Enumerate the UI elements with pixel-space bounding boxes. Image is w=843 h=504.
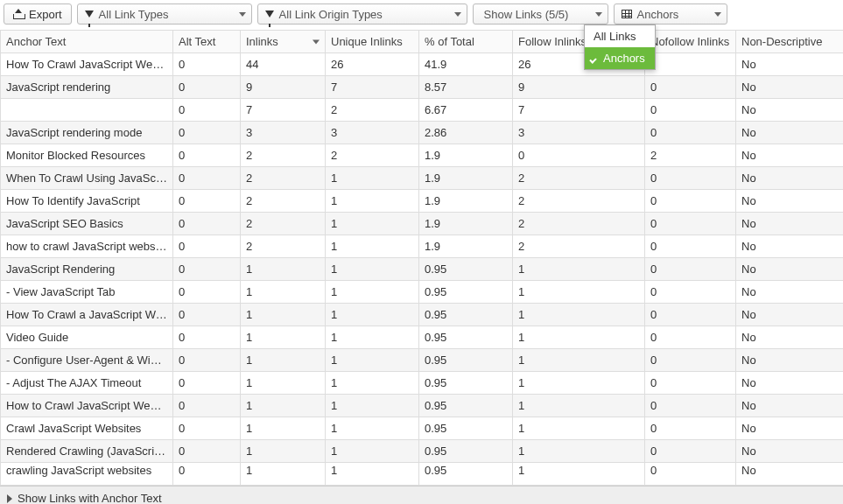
cell-nd: No (736, 167, 844, 190)
cell-pct: 0.95 (419, 281, 513, 304)
col-unique-inlinks[interactable]: Unique Inlinks (326, 31, 419, 53)
filter-origin-types[interactable]: All Link Origin Types (257, 4, 467, 24)
cell-follow: 1 (513, 281, 645, 304)
show-links[interactable]: Show Links (5/5) (473, 4, 608, 24)
cell-alt: 0 (173, 167, 241, 190)
export-button[interactable]: Export (4, 4, 72, 24)
cell-nofollow: 0 (645, 213, 736, 235)
table-row[interactable]: How to Crawl JavaScript Websites0110.951… (1, 395, 844, 417)
col-anchor-text[interactable]: Anchor Text (1, 31, 173, 53)
chevron-down-icon (454, 12, 461, 17)
table-row[interactable]: Video Guide0110.9510No (1, 326, 844, 349)
col-nofollow-inlinks[interactable]: Nofollow Inlinks (645, 31, 736, 53)
show-links-label: Show Links (5/5) (484, 8, 569, 21)
table-row[interactable]: - View JavaScript Tab0110.9510No (1, 281, 844, 304)
cell-inlinks: 2 (241, 144, 326, 167)
cell-follow: 0 (513, 144, 645, 167)
cell-unique: 1 (326, 281, 419, 304)
cell-alt: 0 (173, 190, 241, 213)
cell-nd: No (736, 326, 844, 349)
chevron-down-icon (239, 12, 246, 17)
table-row[interactable]: how to crawl JavaScript websites0211.920… (1, 235, 844, 258)
table-row[interactable]: How To Identify JavaScript0211.920No (1, 190, 844, 213)
table-row[interactable]: crawling JavaScript websites0110.9510No (1, 463, 844, 486)
cell-pct: 6.67 (419, 99, 513, 122)
cell-nofollow: 0 (645, 440, 736, 463)
cell-nofollow: 0 (645, 417, 736, 440)
cell-nd: No (736, 99, 844, 122)
cell-nd: No (736, 122, 844, 144)
show-links-toggle-label: Show Links with Anchor Text (18, 492, 162, 504)
col-non-descriptive[interactable]: Non-Descriptive (736, 31, 844, 53)
cell-unique: 1 (326, 349, 419, 372)
cell-follow: 9 (513, 76, 645, 99)
cell-inlinks: 1 (241, 258, 326, 281)
cell-nofollow: 0 (645, 326, 736, 349)
anchors-table: Anchor Text Alt Text Inlinks Unique Inli… (0, 30, 843, 486)
cell-nd: No (736, 349, 844, 372)
cell-alt: 0 (173, 144, 241, 167)
filter-link-types[interactable]: All Link Types (77, 4, 252, 24)
cell-unique: 1 (326, 190, 419, 213)
cell-pct: 1.9 (419, 213, 513, 235)
table-row[interactable]: - Configure User-Agent & Window ...0110.… (1, 349, 844, 372)
table-row[interactable]: 0726.6770No (1, 99, 844, 122)
cell-alt: 0 (173, 326, 241, 349)
cell-inlinks: 2 (241, 167, 326, 190)
col-alt-text[interactable]: Alt Text (173, 31, 241, 53)
table-row[interactable]: How To Crawl a JavaScript Websi...0110.9… (1, 304, 844, 326)
cell-unique: 1 (326, 326, 419, 349)
table-row[interactable]: JavaScript Rendering0110.9510No (1, 258, 844, 281)
table-row[interactable]: How To Crawl JavaScript Websites0442641.… (1, 53, 844, 76)
table-row[interactable]: Monitor Blocked Resources0221.902No (1, 144, 844, 167)
show-links-toggle[interactable]: Show Links with Anchor Text (0, 486, 843, 504)
cell-pct: 0.95 (419, 463, 513, 486)
cell-follow: 1 (513, 304, 645, 326)
cell-anchor: Rendered Crawling (JavaScript) (1, 440, 173, 463)
cell-unique: 2 (326, 144, 419, 167)
cell-pct: 0.95 (419, 440, 513, 463)
cell-nofollow: 0 (645, 395, 736, 417)
cell-anchor: JavaScript rendering (1, 76, 173, 99)
cell-pct: 0.95 (419, 304, 513, 326)
cell-anchor (1, 99, 173, 122)
cell-pct: 1.9 (419, 190, 513, 213)
cell-inlinks: 1 (241, 395, 326, 417)
cell-inlinks: 2 (241, 235, 326, 258)
cell-anchor: JavaScript Rendering (1, 258, 173, 281)
dropdown-item-anchors[interactable]: Anchors (585, 47, 655, 69)
cell-inlinks: 44 (241, 53, 326, 76)
cell-nd: No (736, 463, 844, 486)
cell-follow: 1 (513, 372, 645, 395)
cell-alt: 0 (173, 213, 241, 235)
cell-anchor: Crawl JavaScript Websites (1, 417, 173, 440)
table-row[interactable]: When To Crawl Using JavaScript0211.920No (1, 167, 844, 190)
table-row[interactable]: Crawl JavaScript Websites0110.9510No (1, 417, 844, 440)
cell-pct: 0.95 (419, 258, 513, 281)
cell-follow: 1 (513, 349, 645, 372)
cell-inlinks: 1 (241, 463, 326, 486)
table-row[interactable]: JavaScript SEO Basics0211.920No (1, 213, 844, 235)
table-row[interactable]: - Adjust The AJAX Timeout0110.9510No (1, 372, 844, 395)
cell-follow: 1 (513, 258, 645, 281)
cell-follow: 1 (513, 463, 645, 486)
dropdown-item-all-links[interactable]: All Links (585, 25, 655, 47)
cell-unique: 1 (326, 440, 419, 463)
cell-nofollow: 0 (645, 167, 736, 190)
cell-nd: No (736, 372, 844, 395)
table-row[interactable]: Rendered Crawling (JavaScript)0110.9510N… (1, 440, 844, 463)
sort-desc-icon (313, 39, 320, 44)
table-row[interactable]: JavaScript rendering mode0332.8630No (1, 122, 844, 144)
cell-unique: 2 (326, 99, 419, 122)
table-row[interactable]: JavaScript rendering0978.5790No (1, 76, 844, 99)
col-inlinks[interactable]: Inlinks (241, 31, 326, 53)
col-pct-total[interactable]: % of Total (419, 31, 513, 53)
cell-unique: 1 (326, 463, 419, 486)
cell-pct: 0.95 (419, 372, 513, 395)
cell-nd: No (736, 417, 844, 440)
cell-unique: 1 (326, 167, 419, 190)
cell-unique: 7 (326, 76, 419, 99)
cell-pct: 0.95 (419, 395, 513, 417)
expand-icon (7, 494, 12, 503)
anchors-dropdown[interactable]: Anchors (614, 4, 727, 24)
